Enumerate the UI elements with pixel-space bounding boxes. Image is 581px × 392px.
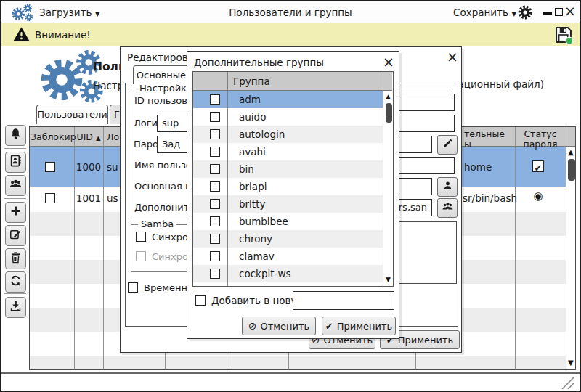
- col-header-extra-line2[interactable]: ы: [464, 139, 471, 150]
- edit-button[interactable]: [5, 225, 26, 246]
- group-row[interactable]: brltty: [193, 195, 383, 213]
- scroll-up-icon[interactable]: ▲: [568, 149, 574, 156]
- tab-general[interactable]: Основные: [133, 65, 190, 84]
- maximize-button[interactable]: [555, 8, 563, 16]
- cancel-icon: ⊘: [248, 320, 257, 332]
- row-path: sr/bin/bash: [463, 192, 517, 204]
- cancel-button[interactable]: ⊘Отменить: [242, 317, 316, 335]
- group-checkbox[interactable]: [210, 94, 220, 105]
- delete-button[interactable]: [5, 248, 26, 269]
- row-login: su: [107, 161, 118, 173]
- temporary-checkbox[interactable]: [128, 282, 138, 293]
- save-button[interactable]: Сохранить ▼: [453, 1, 516, 25]
- edit-pencil-icon: [9, 227, 23, 244]
- close-icon[interactable]: ×: [447, 50, 458, 64]
- refresh-button[interactable]: [5, 271, 26, 293]
- dialog-title: Дополнительные группы: [194, 57, 324, 68]
- refresh-icon: [9, 274, 23, 290]
- group-checkbox[interactable]: [210, 147, 220, 157]
- group-checkbox[interactable]: [210, 199, 220, 209]
- group-checkbox[interactable]: [210, 251, 220, 261]
- additional-groups-dialog: Дополнительные группы × Группа adm auido…: [187, 51, 399, 339]
- samba-sync-checkbox[interactable]: [136, 232, 146, 242]
- chevron-down-icon: ▼: [511, 10, 516, 17]
- toolbar-separator: [4, 293, 26, 294]
- group-row[interactable]: cockpit-ws: [193, 265, 383, 282]
- app-logo-gears: [38, 49, 113, 109]
- tab-users[interactable]: Пользователи: [36, 105, 108, 124]
- group-row[interactable]: autologin: [193, 126, 383, 143]
- group-row[interactable]: bumblbee: [193, 213, 383, 230]
- group-checkbox[interactable]: [210, 216, 220, 226]
- person-icon: [442, 179, 454, 195]
- col-header-status-line2[interactable]: пароля: [515, 139, 566, 150]
- samba-legend: Samba: [138, 219, 176, 229]
- password-status-radio[interactable]: ◉: [532, 190, 544, 202]
- grid-line: [383, 72, 383, 286]
- group-checkbox[interactable]: [210, 269, 220, 279]
- scroll-down-icon[interactable]: ▼: [568, 359, 574, 367]
- scroll-down-icon[interactable]: ▼: [386, 276, 391, 283]
- grid-line: [103, 127, 104, 369]
- apply-button[interactable]: ✔Применить: [322, 317, 396, 335]
- group-row[interactable]: avahi: [193, 143, 383, 160]
- row-locked-checkbox[interactable]: [45, 193, 55, 203]
- add-new-input[interactable]: [293, 291, 394, 310]
- toolbar-separator: [4, 198, 26, 199]
- add-button[interactable]: [5, 202, 26, 223]
- scroll-up-icon[interactable]: ▲: [386, 93, 391, 100]
- row-locked-checkbox[interactable]: [45, 162, 55, 172]
- group-checkbox[interactable]: [210, 112, 220, 122]
- group-row[interactable]: brlapi: [193, 178, 383, 195]
- address-book-icon: [9, 154, 23, 171]
- col-header-login[interactable]: Ло: [107, 131, 119, 143]
- grid-line: [227, 72, 228, 286]
- bell-icon: [9, 127, 23, 144]
- resize-grip[interactable]: [559, 377, 575, 392]
- page-subtitle-fragment: Настр: [93, 80, 123, 91]
- row-login: us: [107, 192, 118, 204]
- edit-password-button[interactable]: [437, 135, 458, 155]
- group-row-selected[interactable]: adm: [193, 91, 383, 108]
- check-icon: ✔: [325, 321, 333, 332]
- close-button[interactable]: ×: [564, 4, 576, 18]
- pencil-icon: [442, 137, 454, 152]
- titlebar: Загрузить ▼ Пользователи и группы Сохран…: [1, 1, 580, 23]
- add-new-checkbox[interactable]: [195, 295, 206, 306]
- scrollbar-thumb[interactable]: [568, 159, 575, 181]
- group-row[interactable]: clamav: [193, 248, 383, 265]
- group-checkbox[interactable]: [210, 181, 220, 192]
- people-icon: [9, 177, 23, 194]
- people-icon: [442, 200, 454, 216]
- group-row[interactable]: chrony: [193, 230, 383, 248]
- minimize-button[interactable]: [543, 12, 552, 15]
- warning-triangle-icon: [12, 25, 31, 46]
- col-header-locked[interactable]: Заблокир: [31, 131, 74, 143]
- group-row[interactable]: auido: [193, 108, 383, 126]
- trash-icon: [9, 250, 23, 267]
- pick-group-button[interactable]: [437, 177, 458, 197]
- pick-groups-button[interactable]: [437, 198, 458, 218]
- warning-bar: Внимание!: [1, 23, 580, 46]
- download-icon: [9, 299, 23, 316]
- group-checkbox[interactable]: [210, 234, 220, 244]
- groups-table-header: [193, 72, 392, 91]
- notifications-button[interactable]: [5, 125, 26, 146]
- group-checkbox[interactable]: [210, 164, 220, 174]
- row-path: home: [464, 161, 492, 173]
- grid-line: [515, 127, 516, 369]
- settings-gear-icon[interactable]: [518, 5, 532, 23]
- password-status-checked[interactable]: ✔: [532, 160, 544, 172]
- save-file-icon[interactable]: [553, 25, 574, 48]
- scrollbar-thumb[interactable]: [386, 103, 392, 123]
- row-uid: 1000: [74, 161, 103, 173]
- address-book-button[interactable]: [5, 152, 26, 173]
- group-column-header: Группа: [233, 75, 270, 87]
- group-checkbox[interactable]: [210, 129, 220, 139]
- group-row[interactable]: bin: [193, 160, 383, 178]
- import-button[interactable]: [5, 297, 26, 318]
- col-header-uid[interactable]: UID ▲: [74, 131, 103, 144]
- user-groups-button[interactable]: [5, 175, 26, 196]
- close-icon[interactable]: ×: [383, 55, 394, 69]
- samba-sync2-checkbox-disabled: [136, 251, 146, 261]
